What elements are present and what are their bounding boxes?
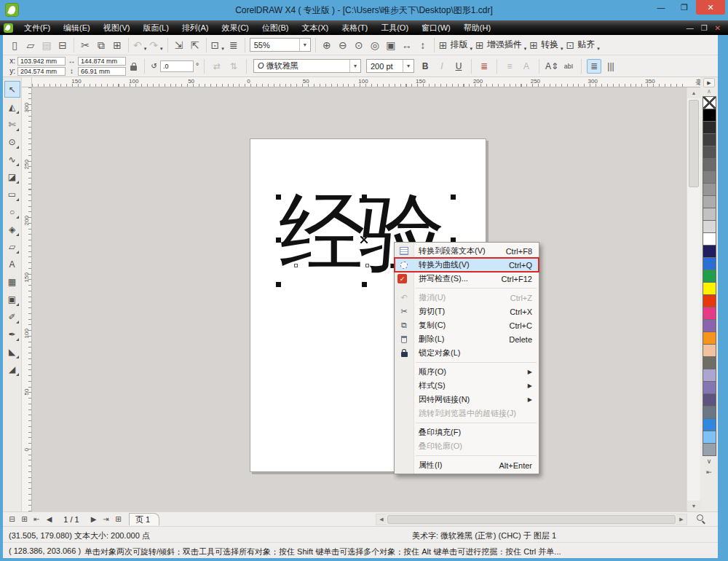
selection-handle-top-right[interactable] xyxy=(451,195,456,200)
table-tool[interactable]: ▦ xyxy=(4,273,20,290)
snap-options-button[interactable]: ⊡贴齐▾ xyxy=(565,37,601,53)
color-swatch[interactable] xyxy=(703,406,716,419)
chevron-down-icon[interactable]: ▾ xyxy=(160,46,163,52)
application-launcher-button[interactable]: ⊡▾ xyxy=(210,37,226,53)
chevron-down-icon[interactable]: ▾ xyxy=(221,46,224,52)
context-menu-item[interactable]: 属性(I)Alt+Enter xyxy=(395,458,539,472)
lock-ratio-icon[interactable] xyxy=(130,66,137,71)
zoom-to-page-width-button[interactable]: ↔ xyxy=(399,37,415,53)
menubar-item[interactable]: 文件(F) xyxy=(17,20,57,35)
context-menu-item[interactable]: 转换为曲线(V)Ctrl+Q xyxy=(395,258,539,272)
eyedropper-tool[interactable]: ✐ xyxy=(4,308,20,325)
color-swatch[interactable] xyxy=(703,332,716,345)
chevron-down-icon[interactable]: ▾ xyxy=(144,46,147,52)
chevron-down-icon[interactable]: ▾ xyxy=(524,46,527,52)
text-tool[interactable]: A xyxy=(4,256,20,272)
context-menu-item[interactable]: 跳转到浏览器中的超链接(J) xyxy=(395,407,539,420)
object-height-input[interactable]: 66.91 mm xyxy=(78,67,126,76)
shape-tool[interactable]: ◭ xyxy=(4,98,20,115)
scroll-right-arrow[interactable]: ▶ xyxy=(676,514,687,525)
selection-handle-top-left[interactable] xyxy=(276,195,281,200)
selection-handle-bottom-center[interactable] xyxy=(362,282,367,287)
color-swatch[interactable] xyxy=(703,270,716,283)
page-tab[interactable]: 页 1 xyxy=(129,513,159,525)
smart-fill-tool[interactable]: ◪ xyxy=(4,168,20,185)
mirror-vertical-button[interactable]: ⇅ xyxy=(226,59,241,74)
bulleted-list-button[interactable]: ≡ xyxy=(502,59,517,74)
ellipse-tool[interactable]: ○ xyxy=(4,203,20,220)
object-width-input[interactable]: 144.874 mm xyxy=(78,57,126,66)
context-menu-item[interactable]: ✓拼写检查(S)...Ctrl+F12 xyxy=(395,272,539,286)
color-swatch[interactable] xyxy=(703,183,716,196)
color-swatch[interactable] xyxy=(703,232,716,246)
rectangle-tool[interactable]: ▭ xyxy=(4,186,20,203)
color-swatch[interactable] xyxy=(703,170,716,184)
italic-button[interactable]: I xyxy=(435,59,449,74)
horizontal-scrollbar[interactable]: ◀ ▶ xyxy=(376,514,687,525)
chevron-down-icon[interactable]: ▾ xyxy=(561,46,563,52)
zoom-levels-combo[interactable]: 55%▾ xyxy=(250,38,311,52)
last-page-button[interactable]: ⇥ xyxy=(100,513,112,525)
menubar-item[interactable]: 编辑(E) xyxy=(57,20,97,35)
context-menu-item[interactable]: 删除(L)Delete xyxy=(395,332,539,346)
chevron-down-icon[interactable]: ▾ xyxy=(299,39,310,51)
selection-handle-mid-left[interactable] xyxy=(276,238,281,243)
zoom-to-all-objects-button[interactable]: ◎ xyxy=(367,37,383,53)
doc-restore-button[interactable]: ❐ xyxy=(701,24,708,32)
import-button[interactable]: ⇲ xyxy=(171,37,187,53)
undo-button[interactable]: ↶▾ xyxy=(132,37,148,53)
palette-expand-icon[interactable]: ⇤ xyxy=(703,468,716,478)
horizontal-scroll-thumb[interactable] xyxy=(387,515,676,524)
minimize-button[interactable]: — xyxy=(649,0,673,15)
chevron-down-icon[interactable]: ▾ xyxy=(349,60,360,72)
context-menu-item[interactable]: 样式(S)▶ xyxy=(395,379,539,393)
menubar-item[interactable]: 排列(A) xyxy=(175,20,215,35)
chevron-down-icon[interactable]: ▾ xyxy=(403,60,414,72)
color-swatch[interactable] xyxy=(703,356,716,369)
color-swatch[interactable] xyxy=(703,381,716,394)
menubar-item[interactable]: 位图(B) xyxy=(256,20,296,35)
color-swatch[interactable] xyxy=(703,109,716,122)
zoom-in-button[interactable]: ⊕ xyxy=(319,37,335,53)
menubar-item[interactable]: 工具(O) xyxy=(374,20,415,35)
context-menu-item[interactable]: ✂剪切(T)Ctrl+X xyxy=(395,305,539,318)
text-alignment-button[interactable]: ≣ xyxy=(477,59,491,74)
font-size-combo[interactable]: 200 pt ▾ xyxy=(366,59,414,73)
menubar-item[interactable]: 文本(X) xyxy=(295,20,335,35)
zoom-tool[interactable]: ⊙ xyxy=(4,133,20,150)
vertical-text-button[interactable]: ||| xyxy=(604,59,618,74)
layout-app-button[interactable]: ⊞排版▾ xyxy=(438,37,474,53)
scroll-left-arrow[interactable]: ◀ xyxy=(376,514,387,525)
interactive-blend-tool[interactable]: ▣ xyxy=(4,291,20,307)
y-position-input[interactable]: 204.574 mm xyxy=(17,67,66,76)
cut-button[interactable]: ✂ xyxy=(77,37,93,53)
menubar-item[interactable]: 版面(L) xyxy=(136,20,175,35)
first-page-button[interactable]: ⇤ xyxy=(31,513,43,525)
selection-handle-bottom-left[interactable] xyxy=(276,282,281,287)
context-menu-item[interactable]: ↶撤消(U)Ctrl+Z xyxy=(395,291,539,305)
page-navigator-icon[interactable]: ⊟ xyxy=(6,513,18,525)
print-button[interactable]: ⊟ xyxy=(55,37,71,53)
zoom-to-selection-button[interactable]: ⊙ xyxy=(351,37,367,53)
scroll-down-arrow[interactable]: ▼ xyxy=(687,501,700,511)
font-list-combo[interactable]: O 微软雅黑 ▾ xyxy=(253,59,361,73)
polygon-tool[interactable]: ◈ xyxy=(4,221,20,238)
horizontal-text-button[interactable]: ≣ xyxy=(587,59,601,74)
color-swatch[interactable] xyxy=(703,195,716,208)
redo-button[interactable]: ↷▾ xyxy=(148,37,164,53)
chevron-down-icon[interactable]: ▾ xyxy=(597,46,600,52)
text-node-marker[interactable] xyxy=(365,264,369,267)
menubar-item[interactable]: 窗口(W) xyxy=(415,20,457,35)
next-page-button[interactable]: ▶ xyxy=(87,513,100,525)
context-menu-item[interactable]: 转换到段落文本(V)Ctrl+F8 xyxy=(395,244,539,258)
no-color-swatch[interactable] xyxy=(703,96,716,109)
color-swatch[interactable] xyxy=(703,431,716,444)
scroll-up-arrow[interactable]: ▲ xyxy=(687,87,700,98)
save-button[interactable]: ▤ xyxy=(39,37,55,53)
zoom-to-page-button[interactable]: ▣ xyxy=(383,37,399,53)
crop-tool[interactable]: ✄ xyxy=(4,116,20,133)
context-menu-item[interactable]: 叠印轮廓(O) xyxy=(395,439,539,453)
chevron-down-icon[interactable]: ▾ xyxy=(470,46,472,52)
color-swatch[interactable] xyxy=(703,393,716,407)
color-swatch[interactable] xyxy=(703,443,716,456)
